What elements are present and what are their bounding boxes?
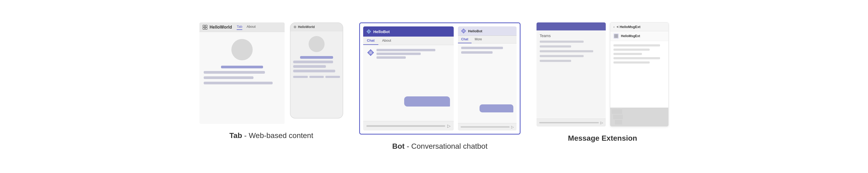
- bot-msg-bubble-1: [376, 49, 450, 59]
- key-u[interactable]: [618, 109, 619, 114]
- svg-rect-0: [203, 25, 205, 27]
- key-v[interactable]: [618, 120, 619, 125]
- svg-rect-1: [205, 25, 207, 27]
- key-r[interactable]: [615, 109, 616, 114]
- bot-titlebar: HelloBot: [363, 26, 454, 36]
- bot-avatar: [367, 49, 374, 56]
- key-p[interactable]: [621, 109, 622, 114]
- bot-desktop-body: [363, 45, 454, 121]
- key-j[interactable]: [620, 115, 620, 119]
- bot-phone-icon: [461, 29, 466, 33]
- key-x[interactable]: [616, 120, 617, 125]
- key-f[interactable]: [617, 115, 617, 119]
- tab-phone-footer-bar-2: [309, 76, 324, 78]
- tab-label: Tab - Web-based content: [229, 131, 313, 140]
- bot-spacer-2: [367, 109, 450, 117]
- bot-label-bold: Bot: [392, 142, 405, 150]
- bot-phone-input-bar[interactable]: [461, 126, 509, 128]
- tab-phone-dot: [294, 26, 296, 28]
- tab-phone-footer-bar-1: [293, 76, 308, 78]
- tab-phone-circle: [309, 36, 324, 52]
- msgext-bar-3: [614, 53, 642, 55]
- tab-phone-bar-3: [293, 70, 335, 72]
- key-y[interactable]: [617, 109, 618, 114]
- tab-phone-bar-2: [293, 65, 326, 68]
- key-d[interactable]: [616, 115, 616, 119]
- bot-user-bubble: [404, 96, 450, 106]
- teams-compose-bar[interactable]: [539, 122, 599, 123]
- teams-send-icon[interactable]: ▷: [600, 121, 603, 125]
- tab-label-rest: - Web-based content: [242, 131, 313, 140]
- bot-phone-send-icon[interactable]: ▷: [511, 125, 514, 129]
- teams-bar-1: [540, 41, 584, 43]
- tab-nav-tabs: Tab About: [237, 25, 256, 30]
- back-icon[interactable]: ‹: [614, 25, 615, 29]
- svg-rect-3: [205, 27, 207, 29]
- msgext-spacer: [614, 66, 665, 104]
- bot-label: Bot - Conversational chatbot: [392, 142, 488, 151]
- key-b[interactable]: [619, 120, 620, 125]
- bot-app-title: HelloBot: [373, 29, 390, 34]
- key-g[interactable]: [618, 115, 618, 119]
- key-z[interactable]: [615, 120, 616, 125]
- teams-bar-4: [540, 55, 584, 57]
- tab-section: HelloWorld Tab About: [199, 22, 343, 140]
- tab-placeholder-bar-4: [204, 82, 273, 84]
- bot-phone-input-row: ▷: [458, 123, 517, 130]
- key-l[interactable]: [622, 115, 622, 119]
- key-e[interactable]: [614, 109, 615, 114]
- bot-phone-tab-more[interactable]: More: [471, 36, 485, 43]
- teams-bar-2: [540, 45, 571, 48]
- msgext-label-bold: Message Extension: [568, 134, 637, 142]
- keyboard-row-3: [612, 120, 667, 125]
- bot-phone-tab-chat[interactable]: Chat: [458, 36, 471, 43]
- key-s[interactable]: [615, 115, 615, 119]
- tab-app-icon: [203, 25, 208, 30]
- key-o[interactable]: [620, 109, 621, 114]
- key-k[interactable]: [621, 115, 621, 119]
- key-t[interactable]: [616, 109, 617, 114]
- bot-message-1: [367, 49, 450, 59]
- bot-spacer: [367, 61, 450, 94]
- msgext-sub-icon: [614, 33, 619, 39]
- msgext-bar-2: [614, 49, 650, 51]
- tab-placeholder-circle: [231, 39, 253, 60]
- svg-rect-2: [203, 27, 205, 29]
- bot-bar-3: [376, 56, 406, 59]
- tab-desktop-window: HelloWorld Tab About: [199, 22, 285, 124]
- tab-phone-window: HelloWorld: [290, 22, 343, 119]
- bot-label-rest: - Conversational chatbot: [405, 142, 488, 150]
- tab-nav-tab-about[interactable]: About: [247, 25, 256, 30]
- bot-input-bar[interactable]: [366, 125, 445, 127]
- bot-app-icon: [366, 29, 371, 34]
- send-icon[interactable]: ▷: [447, 123, 451, 128]
- keyboard-row-2: [612, 115, 667, 119]
- tab-phone-footer-bars: [293, 76, 340, 78]
- msgext-popup-body: [610, 41, 668, 107]
- main-container: HelloWorld Tab About: [0, 17, 868, 156]
- bot-bar-2: [376, 53, 421, 55]
- bot-section: HelloBot Chat About: [359, 22, 521, 151]
- key-i[interactable]: [619, 109, 620, 114]
- key-a[interactable]: [614, 115, 614, 119]
- key-m[interactable]: [621, 120, 622, 125]
- teams-sidebar-label: Teams: [540, 34, 602, 38]
- bot-nav-tabs: Chat About: [363, 36, 454, 45]
- tab-phone-footer-bar-3: [326, 76, 340, 78]
- bot-phone-title: HelloBot: [468, 29, 482, 33]
- key-h[interactable]: [619, 115, 619, 119]
- tab-phone-title: HelloWorld: [298, 25, 315, 29]
- bot-phone-titlebar: HelloBot: [458, 26, 517, 36]
- teams-bar-3: [540, 50, 593, 52]
- key-q[interactable]: [612, 109, 612, 114]
- tab-nav-tab-tab[interactable]: Tab: [237, 25, 242, 30]
- msgext-bar-4: [614, 57, 660, 59]
- teams-body: Teams: [536, 30, 606, 119]
- bot-tab-about[interactable]: About: [378, 36, 395, 45]
- bot-phone-user-bubble: [479, 104, 513, 113]
- bot-tab-chat[interactable]: Chat: [363, 36, 378, 45]
- key-c[interactable]: [617, 120, 618, 125]
- tab-desktop-body: [199, 32, 285, 124]
- key-n[interactable]: [620, 120, 621, 125]
- key-w[interactable]: [613, 109, 614, 114]
